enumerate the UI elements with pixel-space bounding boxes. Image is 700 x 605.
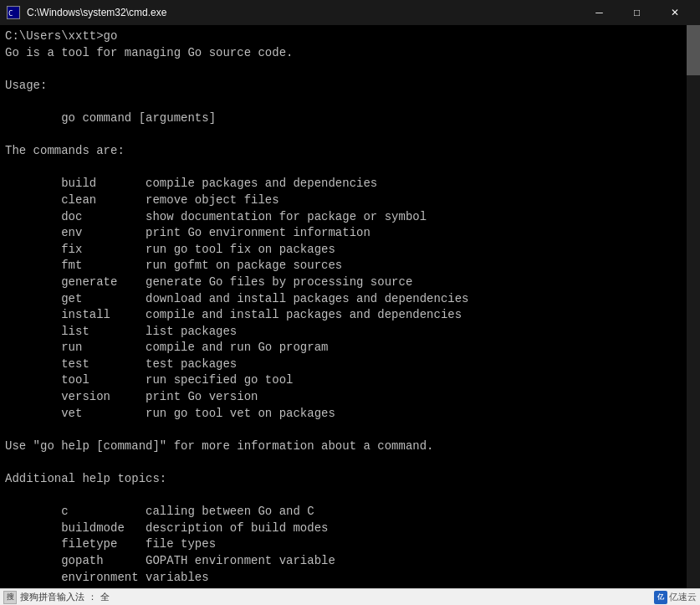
bottom-bar: 搜 搜狗拼音输入法 ： 全 亿 亿速云 xyxy=(0,588,700,605)
yisunyun-logo: 亿 亿速云 xyxy=(654,591,697,604)
scrollbar-thumb[interactable] xyxy=(687,25,700,75)
window-title: C:\Windows\system32\cmd.exe xyxy=(27,7,166,18)
ime-label: 搜狗拼音输入法 xyxy=(20,591,84,603)
ime-left: 搜 搜狗拼音输入法 ： 全 xyxy=(3,591,110,604)
titlebar: C C:\Windows\system32\cmd.exe ─ □ ✕ xyxy=(0,0,700,25)
ime-mode: 全 xyxy=(100,591,110,603)
titlebar-controls: ─ □ ✕ xyxy=(580,0,693,25)
terminal-output: C:\Users\xxtt>go Go is a tool for managi… xyxy=(5,28,695,586)
maximize-button[interactable]: □ xyxy=(618,0,656,25)
window: C C:\Windows\system32\cmd.exe ─ □ ✕ C:\U… xyxy=(0,0,700,605)
titlebar-left: C C:\Windows\system32\cmd.exe xyxy=(7,6,166,19)
scrollbar[interactable] xyxy=(687,25,700,588)
minimize-button[interactable]: ─ xyxy=(580,0,618,25)
terminal-area[interactable]: C:\Users\xxtt>go Go is a tool for managi… xyxy=(0,25,700,588)
ime-icon: 搜 xyxy=(3,591,17,604)
yisunyun-icon: 亿 xyxy=(654,591,667,604)
watermark-text: 亿速云 xyxy=(669,591,697,603)
ime-separator: ： xyxy=(88,591,97,603)
svg-text:C: C xyxy=(8,9,13,18)
ime-right: 亿 亿速云 xyxy=(654,591,697,604)
close-button[interactable]: ✕ xyxy=(656,0,693,25)
cmd-icon: C xyxy=(7,6,20,19)
